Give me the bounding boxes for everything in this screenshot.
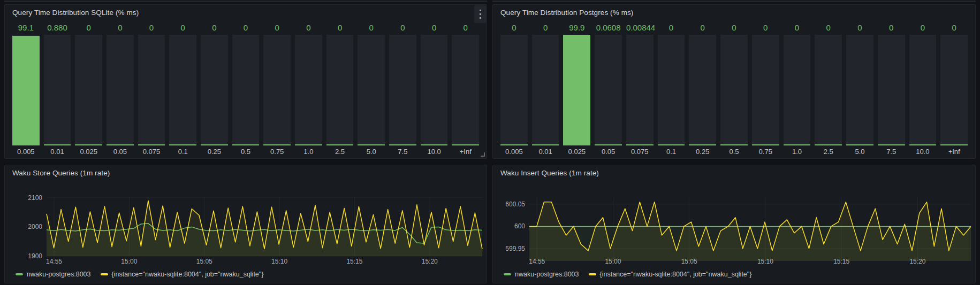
- panel-query-time-sqlite: Query Time Distribution SQLite (% ms) 99…: [4, 4, 487, 159]
- bar-track: [44, 35, 71, 145]
- bar-bucket-label: 5.0: [358, 145, 385, 156]
- timeseries-insert-plot[interactable]: 14:5515:0015:0515:1015:1515:20599.956006…: [493, 180, 975, 267]
- panel-query-time-postgres: Query Time Distribution Postgres (% ms) …: [492, 4, 976, 159]
- x-tick-label: 15:00: [121, 258, 137, 265]
- bar-bucket-label: 1.0: [295, 145, 322, 156]
- histogram-bar[interactable]: 02.5: [326, 23, 354, 156]
- bar-track: [75, 35, 102, 145]
- bar-value-label: 0: [532, 23, 559, 34]
- bar-value-label: 0: [909, 23, 937, 34]
- bar-track: [784, 35, 811, 145]
- histogram-bar[interactable]: 00.5: [232, 23, 260, 156]
- histogram-bar[interactable]: 00.075: [138, 23, 165, 156]
- histogram-bar[interactable]: 00.005: [500, 23, 528, 156]
- bar-fill: [107, 144, 134, 145]
- bar-bucket-label: 0.25: [689, 145, 716, 156]
- histogram-bar[interactable]: 00.025: [75, 23, 102, 156]
- histogram-bar[interactable]: 05.0: [358, 23, 385, 156]
- histogram-bar[interactable]: 01.0: [295, 23, 322, 156]
- bar-fill: [326, 144, 354, 145]
- panel-waku-insert-queries: Waku Insert Queries (1m rate) 14:5515:00…: [492, 165, 976, 283]
- histogram-bar[interactable]: 00.25: [201, 23, 228, 156]
- bar-fill: [658, 144, 685, 145]
- histogram-bar[interactable]: 00.1: [169, 23, 196, 156]
- bar-track: [452, 35, 479, 145]
- bar-value-label: 0: [421, 23, 448, 34]
- panel-above-edge-left: [4, 0, 487, 2]
- bar-bucket-label: 0.005: [12, 145, 40, 156]
- bar-bucket-label: 2.5: [815, 145, 842, 156]
- histogram-bar[interactable]: 99.10.005: [12, 23, 40, 156]
- timeseries-svg: 14:5515:0015:0515:1015:1515:201900200021…: [5, 180, 487, 267]
- bar-fill: [532, 144, 559, 145]
- panel-header[interactable]: Waku Insert Queries (1m rate): [493, 165, 975, 180]
- panel-title: Waku Store Queries (1m rate): [12, 166, 110, 181]
- bar-track: [263, 35, 291, 145]
- histogram-bar[interactable]: 0.06080.05: [595, 23, 622, 156]
- legend-item[interactable]: {instance="nwaku-sqlite:8004", job="nwak…: [589, 271, 752, 278]
- histogram-bar[interactable]: 07.5: [389, 23, 416, 156]
- bar-track: [326, 35, 354, 145]
- bar-value-label: 0.00844: [626, 23, 654, 34]
- bar-fill: [358, 144, 385, 145]
- histogram-bar[interactable]: 00.5: [720, 23, 748, 156]
- bar-value-label: 99.1: [12, 23, 40, 34]
- histogram-bar[interactable]: 05.0: [846, 23, 873, 156]
- bar-fill: [720, 144, 748, 145]
- histogram-bar[interactable]: 07.5: [878, 23, 905, 156]
- panel-title: Waku Insert Queries (1m rate): [500, 166, 599, 181]
- bar-track: [358, 35, 385, 145]
- legend-item[interactable]: nwaku-postgres:8003: [504, 271, 579, 278]
- bar-bucket-label: 0.1: [658, 145, 685, 156]
- panel-header[interactable]: Query Time Distribution Postgres (% ms): [493, 5, 975, 20]
- histogram-bar[interactable]: 0.8800.01: [44, 23, 71, 156]
- panel-above-edge-right: [492, 0, 976, 2]
- bar-value-label: 0: [878, 23, 905, 34]
- bar-track: [658, 35, 685, 145]
- bar-bucket-label: 0.075: [626, 145, 654, 156]
- panel-resize-handle-icon[interactable]: [481, 152, 485, 157]
- histogram-bar[interactable]: 010.0: [421, 23, 448, 156]
- series-area: [529, 202, 971, 261]
- legend-item[interactable]: {instance="nwaku-sqlite:8004", job="nwak…: [101, 271, 264, 278]
- bar-track: [421, 35, 448, 145]
- histogram-bar[interactable]: 02.5: [815, 23, 842, 156]
- panel-menu-kebab-icon[interactable]: [474, 5, 486, 23]
- histogram-bar[interactable]: 010.0: [909, 23, 937, 156]
- bar-value-label: 0: [263, 23, 291, 34]
- legend-item[interactable]: nwaku-postgres:8003: [16, 271, 91, 278]
- bar-value-label: 0.0608: [595, 23, 622, 34]
- bar-fill: [846, 144, 873, 145]
- histogram-bar[interactable]: 0+Inf: [452, 23, 479, 156]
- bar-bucket-label: 7.5: [878, 145, 905, 156]
- y-tick-label: 599.95: [505, 245, 525, 252]
- histogram-bar[interactable]: 00.25: [689, 23, 716, 156]
- histogram-bar[interactable]: 00.01: [532, 23, 559, 156]
- histogram-bar[interactable]: 00.75: [752, 23, 779, 156]
- histogram-bar[interactable]: 0.008440.075: [626, 23, 654, 156]
- bar-bucket-label: 2.5: [326, 145, 354, 156]
- histogram-bar[interactable]: 01.0: [784, 23, 811, 156]
- histogram-bar[interactable]: 00.05: [107, 23, 134, 156]
- timeseries-svg: 14:5515:0015:0515:1015:1515:20599.956006…: [493, 180, 975, 267]
- bar-bucket-label: 0.025: [75, 145, 102, 156]
- bar-track: [626, 35, 654, 145]
- bar-fill: [263, 144, 291, 145]
- bar-value-label: 0: [169, 23, 196, 34]
- bar-value-label: 0: [295, 23, 322, 34]
- bar-fill: [12, 36, 40, 145]
- histogram-bar[interactable]: 99.90.025: [563, 23, 590, 156]
- y-tick-label: 2100: [28, 194, 42, 202]
- panel-header[interactable]: Query Time Distribution SQLite (% ms): [5, 5, 487, 20]
- bar-track: [563, 35, 590, 145]
- histogram-bar[interactable]: 0+Inf: [940, 23, 968, 156]
- histogram-bar[interactable]: 00.1: [658, 23, 685, 156]
- panel-header[interactable]: Waku Store Queries (1m rate): [5, 165, 487, 180]
- histogram-bar[interactable]: 00.75: [263, 23, 291, 156]
- bar-bucket-label: +Inf: [452, 145, 479, 156]
- bar-value-label: 0: [232, 23, 260, 34]
- bar-track: [846, 35, 873, 145]
- timeseries-store-plot[interactable]: 14:5515:0015:0515:1015:1515:201900200021…: [5, 180, 487, 267]
- bar-track: [12, 35, 40, 145]
- bar-fill: [44, 144, 71, 145]
